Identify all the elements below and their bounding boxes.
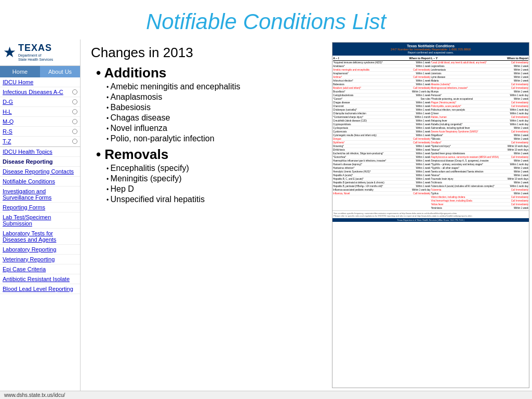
addition-4: Chagas disease — [107, 113, 319, 123]
table-row: Anthrax*Call Immediately — [333, 75, 431, 79]
table-row: Streptococcal disease (Group A, S. pyoge… — [431, 159, 529, 163]
table-row: Traumatic brain injuryWithin 10 work day… — [431, 177, 529, 181]
table-row: ChancroidWithin 1 week — [333, 104, 431, 108]
table-row: Botulism (adult and infant)*Call Immedia… — [333, 86, 431, 90]
table-row: Creutzfeldt-Jakob disease (CJD)Within 1 … — [333, 119, 431, 123]
sidebar-item-dg[interactable]: D-G — [0, 97, 80, 107]
sidebar-item-rs[interactable]: R-S — [0, 127, 80, 137]
additions-heading: Additions — [96, 65, 319, 81]
table-row: Tetanus*Within 1 week — [431, 174, 529, 177]
table-row: Relapsing feverWithin 1 work day — [431, 119, 529, 123]
nav-about[interactable]: About Us — [40, 66, 80, 77]
table-row: Rabies, humanCall Immediately — [431, 115, 529, 119]
table-row: Arbovirus infection*Within 1 week — [333, 79, 431, 83]
table-row: Chagas diseaseWithin 1 week — [333, 101, 431, 104]
addition-6: Polio, non-paralytic infection — [107, 134, 319, 143]
sidebar-item-lab-reporting[interactable]: Laboratory Reporting — [0, 245, 80, 255]
expand-icon — [72, 119, 77, 124]
changes-title: Changes in 2013 — [91, 45, 319, 61]
expand-icon — [72, 99, 77, 104]
table-row: *Pesticide poisoning, acute occupational… — [431, 97, 529, 101]
card-title: Texas Notifiable Conditions — [334, 44, 528, 48]
conditions-card-panel: Texas Notifiable Conditions 24/7 Number … — [329, 39, 532, 391]
table-row: Brucellosis*Within 1 work day — [333, 90, 431, 94]
sidebar-item-vet-reporting[interactable]: Veterinary Reporting — [0, 255, 80, 264]
table-row: Taenia solium and undifferentiated Taeni… — [431, 170, 529, 174]
table-row: Anaplasmosis*Within 1 week — [333, 72, 431, 75]
col1-rows: *Acquired immune deficiency syndrome (AI… — [333, 61, 431, 195]
table-row: EhrlichiosisWithin 1 week — [333, 148, 431, 152]
table-row: LeishmaniasisWithin 1 week — [431, 68, 529, 72]
table-row: *Syphilis – all other stages*Within 1 we… — [431, 166, 529, 170]
sidebar-item-reporting-contacts[interactable]: Disease Reporting Contacts — [0, 167, 80, 177]
table-row: Viral hemorrhagic fever, including Ebola… — [431, 199, 529, 203]
table-row: Rubella (including congenital)*Within 1 … — [431, 123, 529, 126]
card-footer-bottom: Texas Department of State Health Service… — [332, 218, 529, 222]
nav-home[interactable]: Home — [0, 66, 40, 77]
expand-icon — [72, 129, 77, 134]
sidebar-item-infectious-ac[interactable]: Infectious Diseases A-C — [0, 87, 80, 97]
expand-icon — [72, 89, 77, 95]
url-bar: www.dshs.state.tx.us/idcu/ — [0, 391, 532, 399]
sidebar-item-investigation-forms[interactable]: Investigation and Surveillance Forms — [0, 187, 80, 203]
sidebar-item-mq[interactable]: M-Q — [0, 117, 80, 127]
addition-2: Anaplasmosis — [107, 92, 319, 102]
removal-3: Hep D — [107, 184, 319, 194]
card-body: A – I When to Report *Acquired immune de… — [332, 56, 529, 210]
logo-dept-text: Department of State Health Services — [18, 54, 53, 62]
logo-area: ★ TEXAS Department of State Health Servi… — [0, 39, 80, 66]
table-row: *Syphilis – primary, secondary and terti… — [431, 163, 529, 166]
sidebar-links: IDCU Home Infectious Diseases A-C D-G H-… — [0, 77, 80, 391]
col2-rows: *Lead (child blood, any level & adult bl… — [431, 61, 529, 210]
sidebar-item-blood-lead[interactable]: Blood Lead Level Reporting — [0, 284, 80, 294]
table-row: Haemophilus influenzae type b infections… — [333, 159, 431, 163]
table-row: Measles (rubeola)*Call Immediately — [431, 83, 529, 86]
table-row: CryptosporidiosisWithin 1 week — [333, 123, 431, 126]
table-row: TularemiaCall Immediately — [431, 188, 529, 192]
sidebar-item-lab-specimen[interactable]: Lab Test/Specimen Submission — [0, 212, 80, 229]
card-header: Texas Notifiable Conditions 24/7 Number … — [332, 43, 529, 56]
removals-heading: Removals — [96, 147, 319, 163]
removal-1: Encephalitis (specify) — [107, 164, 319, 173]
sidebar-item-antibiotic[interactable]: Antibiotic Resistant Isolate — [0, 274, 80, 284]
expand-icon — [72, 139, 77, 144]
sidebar-item-tz[interactable]: T-Z — [0, 137, 80, 147]
sidebar-item-epi-case[interactable]: Epi Case Criteria — [0, 264, 80, 274]
table-row: ListeriosisWithin 1 week — [431, 72, 529, 75]
sidebar-item-disease-reporting[interactable]: Disease Reporting — [0, 157, 80, 167]
table-row: *Spinal cord injury*Within 10 work days — [431, 144, 529, 148]
table-row: Poliomyelitis, acute paralytic*Call Imme… — [431, 104, 529, 108]
logo-texas-text: TEXAS — [18, 43, 53, 54]
sidebar-item-notifiable-conditions[interactable]: Notifiable Conditions ◀ — [0, 177, 80, 187]
table-row: Severe Acute Respiratory Syndrome (SARS)… — [431, 130, 529, 134]
table-row: Vibrio infection, including choleraCall … — [431, 195, 529, 199]
table-row: LegionellosisWithin 1 week — [431, 64, 529, 68]
table-row: Hansen's disease (leprosy)*Within 1 week — [333, 163, 431, 166]
table-row: CysticercosisWithin 1 week — [333, 130, 431, 134]
main-content: Changes in 2013 Additions Amebic meningi… — [81, 39, 329, 391]
sidebar-item-health-topics[interactable]: IDCU Health Topics — [0, 147, 80, 157]
col1-header: A – I When to Report — [333, 56, 431, 61]
table-row: Staphylococcus aureus, vancomycin-resist… — [431, 155, 529, 159]
table-row: Lyme diseaseWithin 1 week — [431, 75, 529, 79]
texas-star-icon: ★ — [3, 44, 16, 61]
table-row: Hemolytic Uremic Syndrome (HUS)*Within 1… — [333, 170, 431, 174]
table-row: Pertussis*Within 1 work day — [431, 94, 529, 97]
card-col2: L – Y When to Report *Lead (child blood,… — [431, 56, 529, 210]
table-row: Influenza-associated pediatric mortality… — [333, 188, 431, 192]
table-row: TyphusWithin 1 week — [431, 192, 529, 195]
table-row: Shigellosis*Within 1 week — [431, 134, 529, 137]
table-row: *Gonorrhea*Within 1 week — [333, 155, 431, 159]
removal-4: Unspecified viral hepatitis — [107, 195, 319, 204]
table-row: Plague (Yersinia pestis)*Call Immediatel… — [431, 101, 529, 104]
sidebar-item-idcu-home[interactable]: IDCU Home — [0, 77, 80, 87]
sidebar-item-reporting-forms[interactable]: Reporting Forms — [0, 203, 80, 212]
table-row: *Cancer*See rules — [333, 97, 431, 101]
sidebar-item-lab-tests[interactable]: Laboratory Tests for Diseases and Agents — [0, 229, 80, 245]
sidebar-item-hl[interactable]: H-L — [0, 107, 80, 117]
table-row: Hepatitis B, perinatal (HBsAg+ >24 month… — [333, 184, 431, 188]
table-row: Cytomegalic results (fetus and infant on… — [333, 134, 431, 137]
table-row: Q feverWithin 1 work day — [431, 112, 529, 115]
addition-5: Novel influenza — [107, 124, 319, 133]
removal-2: Meningitis (specify) — [107, 174, 319, 183]
